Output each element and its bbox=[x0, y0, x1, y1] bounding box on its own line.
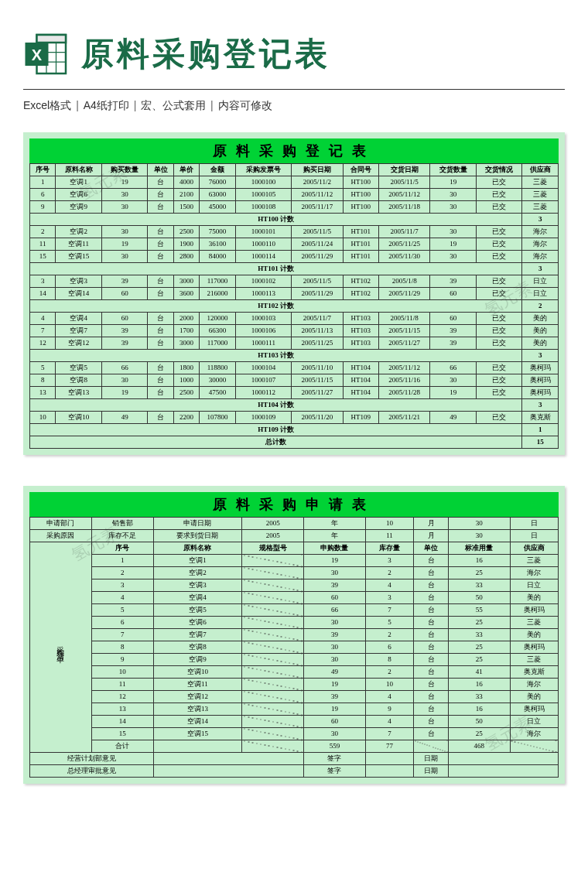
table-cell: 空调6 bbox=[56, 189, 102, 201]
table-cell: 已交 bbox=[476, 313, 522, 325]
table-cell: 1000104 bbox=[235, 362, 292, 374]
table-row: 5空调5667台55奥柯玛 bbox=[30, 604, 559, 617]
table-row: 9空调930台15004500010001082005/11/17HT10020… bbox=[30, 201, 559, 214]
table-cell: 台 bbox=[414, 703, 449, 716]
apply-date-label: 申请日期 bbox=[153, 518, 242, 530]
table-cell: 空调1 bbox=[56, 176, 102, 189]
table-cell: 1000 bbox=[173, 374, 199, 387]
table-cell: 2005/11/10 bbox=[292, 362, 343, 374]
table-cell: 66 bbox=[101, 362, 148, 374]
table-cell: 2800 bbox=[173, 251, 199, 263]
reason-value: 库存不足 bbox=[91, 530, 153, 542]
table-cell: 奥柯玛 bbox=[522, 374, 559, 387]
table-cell: 海尔 bbox=[522, 251, 559, 263]
table-cell: 台 bbox=[414, 641, 449, 654]
table-row: 1空调119台40007600010001002005/11/2HT100200… bbox=[30, 176, 559, 189]
table-cell bbox=[242, 716, 304, 728]
table-cell: 空调10 bbox=[56, 412, 102, 424]
subtotal-row: HT109 计数1 bbox=[30, 424, 559, 436]
table-cell bbox=[242, 604, 304, 617]
sheet2-col-header: 序号 bbox=[91, 542, 153, 555]
meta-sep: | bbox=[76, 99, 79, 111]
table-cell: 空调1 bbox=[153, 555, 242, 567]
table-cell: 2005/11/18 bbox=[379, 201, 430, 214]
table-cell: 30 bbox=[430, 201, 477, 214]
table-cell: 15 bbox=[91, 728, 153, 740]
table-cell: 19 bbox=[101, 387, 148, 399]
table-cell: 空调7 bbox=[153, 629, 242, 641]
table-cell: 30 bbox=[304, 641, 366, 654]
table-cell: 日立 bbox=[522, 288, 559, 300]
table-cell: 19 bbox=[304, 679, 366, 691]
table-cell: 25 bbox=[448, 617, 510, 629]
table-cell bbox=[510, 740, 558, 753]
table-cell: 12 bbox=[30, 337, 56, 350]
date-label: 日期 bbox=[414, 765, 449, 778]
table-row: 13空调1319台25004750010001122005/11/27HT104… bbox=[30, 387, 559, 399]
table-cell: HT100 bbox=[343, 176, 378, 189]
grand-total-label: 总计数 bbox=[30, 436, 522, 449]
table-cell: 1500 bbox=[173, 201, 199, 214]
table-cell: 台 bbox=[414, 592, 449, 604]
table-cell: 1000108 bbox=[235, 201, 292, 214]
table-cell: 8 bbox=[30, 374, 56, 387]
table-cell: 2005/11/27 bbox=[379, 337, 430, 350]
table-cell: 台 bbox=[414, 555, 449, 567]
table-cell: 台 bbox=[414, 604, 449, 617]
table-cell: 1 bbox=[91, 555, 153, 567]
table-cell: 39 bbox=[101, 325, 148, 337]
table-row: 3空调339台300011700010001022005/11/5HT10220… bbox=[30, 275, 559, 288]
table-cell: 空调15 bbox=[56, 251, 102, 263]
sheet1-col-header: 供应商 bbox=[522, 164, 559, 176]
table-cell: 41 bbox=[448, 666, 510, 679]
table-cell: 8 bbox=[91, 641, 153, 654]
table-cell: 2005/11/8 bbox=[379, 313, 430, 325]
table-cell: 2100 bbox=[173, 189, 199, 201]
table-cell: HT103 bbox=[343, 325, 378, 337]
table-cell: 2005/11/24 bbox=[292, 238, 343, 251]
table-cell: 16 bbox=[448, 679, 510, 691]
table-cell: 30 bbox=[101, 189, 148, 201]
table-row: 2空调2302台25海尔 bbox=[30, 567, 559, 579]
approval-row: 总经理审批意见签字日期 bbox=[30, 765, 559, 778]
table-cell: 10 bbox=[30, 412, 56, 424]
table-cell: 4000 bbox=[173, 176, 199, 189]
table-cell: 49 bbox=[304, 666, 366, 679]
table-cell: 2005/11/5 bbox=[379, 176, 430, 189]
table-cell: 1000112 bbox=[235, 387, 292, 399]
sheet1-col-header: 购买数量 bbox=[101, 164, 148, 176]
subtotal-label: HT102 计数 bbox=[30, 300, 522, 313]
sheet1-title: 原料采购登记表 bbox=[29, 138, 559, 163]
table-cell: 台 bbox=[148, 313, 173, 325]
table-cell: 1000107 bbox=[235, 374, 292, 387]
table-row: 14空调14604台50日立 bbox=[30, 716, 559, 728]
approval-row: 经营计划部意见签字日期 bbox=[30, 753, 559, 765]
meta-row: Excel格式 | A4纸打印 | 宏、公式套用 | 内容可修改 bbox=[0, 90, 588, 132]
sheet1-table: 序号原料名称购买数量单位单价金额采购发票号购买日期合同号交货日期交货数量交货情况… bbox=[29, 163, 559, 449]
table-cell: 107800 bbox=[200, 412, 235, 424]
meta-print: A4纸打印 bbox=[84, 99, 129, 111]
table-cell: 3 bbox=[365, 555, 413, 567]
table-cell: 39 bbox=[430, 337, 477, 350]
table-cell: 台 bbox=[148, 238, 173, 251]
sheet2-col-header: 原料名称 bbox=[153, 542, 242, 555]
table-cell: 66 bbox=[304, 604, 366, 617]
table-cell: 已交 bbox=[476, 362, 522, 374]
table-cell: 日立 bbox=[510, 716, 558, 728]
table-cell: 9 bbox=[91, 654, 153, 666]
table-cell: 1900 bbox=[173, 238, 199, 251]
table-cell: 海尔 bbox=[522, 238, 559, 251]
table-cell: 30 bbox=[101, 201, 148, 214]
table-cell: 3 bbox=[365, 592, 413, 604]
table-cell: 已交 bbox=[476, 288, 522, 300]
table-cell bbox=[242, 740, 304, 753]
table-cell: 台 bbox=[148, 325, 173, 337]
table-row: 5空调566台180011880010001042005/11/10HT1042… bbox=[30, 362, 559, 374]
sheet1-col-header: 单位 bbox=[148, 164, 173, 176]
meta-sep: | bbox=[134, 99, 137, 111]
table-cell: 1 bbox=[30, 176, 56, 189]
table-cell: 60 bbox=[101, 288, 148, 300]
table-cell: 2005/11/25 bbox=[292, 337, 343, 350]
table-cell: 台 bbox=[414, 716, 449, 728]
table-cell: 25 bbox=[448, 728, 510, 740]
